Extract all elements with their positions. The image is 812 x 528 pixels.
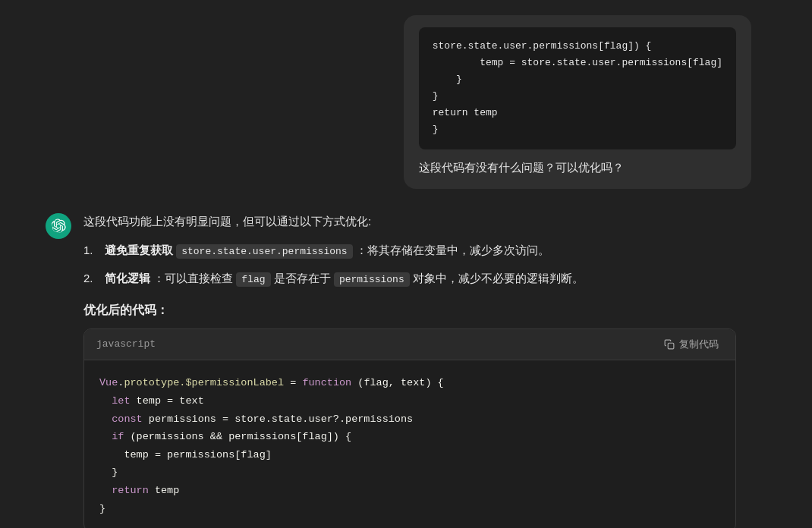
simplify-logic-label: 简化逻辑 <box>105 272 150 284</box>
code-line-1: Vue.prototype.$permissionLabel = functio… <box>99 374 720 392</box>
list-num-1: 1. <box>83 241 99 259</box>
assistant-message-area: 这段代码功能上没有明显问题，但可以通过以下方式优化: 1. 避免重复获取 sto… <box>0 204 812 528</box>
optimization-list: 1. 避免重复获取 store.state.user.permissions ：… <box>83 241 736 288</box>
prototype-label: prototype.$permissionLabel <box>124 377 284 388</box>
list-item-2-mid: 是否存在于 <box>274 272 331 284</box>
code-line-8: } <box>99 500 720 518</box>
copy-icon <box>664 339 675 350</box>
code-line-5: temp = permissions[flag] <box>99 446 720 464</box>
code-line-7: return temp <box>99 482 720 500</box>
code-lang-label: javascript <box>96 337 156 353</box>
code-store-permissions: store.state.user.permissions <box>176 244 352 259</box>
page-container: store.state.user.permissions[flag]) { te… <box>0 0 812 528</box>
code-line-3: const permissions = store.state.user?.pe… <box>99 410 720 429</box>
list-item-1-rest: ：将其存储在变量中，减少多次访问。 <box>356 244 549 256</box>
svg-rect-0 <box>668 344 674 350</box>
code-flag: flag <box>236 272 270 287</box>
list-item-2: 2. 简化逻辑 ：可以直接检查 flag 是否存在于 permissions 对… <box>83 269 736 288</box>
assistant-content: 这段代码功能上没有明显问题，但可以通过以下方式优化: 1. 避免重复获取 sto… <box>83 212 736 528</box>
user-bubble: store.state.user.permissions[flag]) { te… <box>404 15 751 189</box>
list-item-2-text: 简化逻辑 ：可以直接检查 flag 是否存在于 permissions 对象中，… <box>105 269 584 288</box>
kw-return: return <box>112 485 149 496</box>
list-item-1: 1. 避免重复获取 store.state.user.permissions ：… <box>83 241 736 260</box>
code-permissions: permissions <box>334 272 410 287</box>
optimized-code-container: javascript 复制代码 Vue.prototype.$permissio… <box>83 328 736 528</box>
copy-code-button[interactable]: 复制代码 <box>659 335 723 354</box>
list-item-1-text: 避免重复获取 store.state.user.permissions ：将其存… <box>105 241 549 260</box>
openai-logo-icon <box>51 218 66 234</box>
copy-label: 复制代码 <box>679 338 719 351</box>
list-item-2-rest: 对象中，减少不必要的逻辑判断。 <box>413 272 584 284</box>
code-header: javascript 复制代码 <box>84 329 735 360</box>
code-line-2: let temp = text <box>99 392 720 410</box>
assistant-avatar <box>46 213 71 239</box>
kw-vue: Vue <box>99 377 118 388</box>
list-num-2: 2. <box>83 269 99 288</box>
optimized-heading: 优化后的代码： <box>83 300 736 320</box>
kw-const: const <box>112 413 143 425</box>
code-line-4: if (permissions && permissions[flag]) { <box>99 428 720 446</box>
user-question: 这段代码有没有什么问题？可以优化吗？ <box>419 159 736 177</box>
code-body: Vue.prototype.$permissionLabel = functio… <box>84 360 735 528</box>
avoid-repeat-label: 避免重复获取 <box>105 244 173 256</box>
assistant-intro-text: 这段代码功能上没有明显问题，但可以通过以下方式优化: <box>83 212 736 231</box>
list-item-2-colon: ：可以直接检查 <box>153 272 233 284</box>
user-code-block: store.state.user.permissions[flag]) { te… <box>419 27 736 149</box>
kw-let: let <box>112 395 130 407</box>
kw-if: if <box>112 431 124 442</box>
user-message-area: store.state.user.permissions[flag]) { te… <box>0 0 812 204</box>
code-line-6: } <box>99 464 720 482</box>
kw-function: function <box>302 377 351 388</box>
